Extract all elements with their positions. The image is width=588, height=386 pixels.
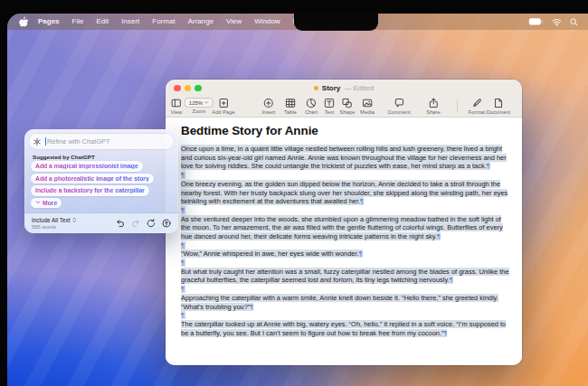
menu-item-edit[interactable]: Edit <box>90 14 115 30</box>
menu-item-arrange[interactable]: Arrange <box>182 14 220 30</box>
more-label: More <box>43 200 57 206</box>
toolbar-label: Add Page <box>212 109 234 115</box>
toolbar-share-button[interactable]: Share <box>426 98 440 115</box>
toolbar-text-button[interactable]: Text <box>324 98 335 115</box>
search-icon[interactable] <box>570 18 578 26</box>
toolbar-insert-button[interactable]: Insert <box>262 98 276 115</box>
document-title[interactable]: Bedtime Story for Annie <box>181 124 509 137</box>
panel-footer: Include All Text 585 words <box>24 212 178 233</box>
table-icon <box>285 98 296 108</box>
menu-items: FileEditInsertFormatArrangeViewWindowHel… <box>66 14 315 30</box>
chatgpt-prompt-input[interactable]: Refine with ChatGPT <box>29 134 174 149</box>
document-body[interactable]: Once upon a time, in a quaint little vil… <box>181 145 511 337</box>
toolbar-format-button[interactable]: Format <box>469 98 485 115</box>
selected-text: As she ventured deeper into the woods, s… <box>181 215 503 240</box>
chatgpt-refine-panel: Refine with ChatGPT Suggested by ChatGPT… <box>24 129 178 233</box>
document-paragraph[interactable]: “Wow,” Annie whispered in awe, her eyes … <box>181 249 511 259</box>
toolbar-shape-button[interactable]: Shape <box>340 98 356 115</box>
display-notch <box>294 14 378 31</box>
more-button[interactable]: More <box>31 198 62 209</box>
document-paragraph[interactable]: One breezy evening, as the golden sun di… <box>181 180 511 206</box>
selected-text: The caterpillar looked up at Annie with … <box>181 320 506 337</box>
menu-bar-left: Pages FileEditInsertFormatArrangeViewWin… <box>7 14 314 30</box>
document-paragraph[interactable]: The caterpillar looked up at Annie with … <box>181 320 511 337</box>
zoom-level-control[interactable]: 125% <box>185 98 213 108</box>
apple-icon[interactable] <box>19 16 28 27</box>
suggestion-pill-3[interactable]: Include a backstory for the caterpillar <box>31 185 149 196</box>
menu-item-window[interactable]: Window <box>248 14 286 30</box>
redo-icon[interactable] <box>131 219 140 228</box>
chatgpt-logo-icon <box>33 137 42 146</box>
battery-icon[interactable] <box>528 17 544 26</box>
toolbar-view-button[interactable]: View <box>171 98 182 115</box>
toolbar-label: Chart <box>305 109 318 115</box>
include-all-text-label: Include All Text <box>32 217 71 223</box>
toolbar-comment-button[interactable]: Comment <box>387 98 410 115</box>
refresh-icon[interactable] <box>147 219 156 228</box>
chart-icon <box>306 98 317 108</box>
document-paragraph[interactable]: As she ventured deeper into the woods, s… <box>181 215 511 241</box>
paragraph-mark: ¶ <box>181 259 185 267</box>
empty-paragraph: ¶ <box>181 206 511 215</box>
toolbar-zoom-button[interactable]: 125%Zoom <box>185 98 213 114</box>
paragraph-mark: ¶ <box>450 276 453 284</box>
paragraph-mark: ¶ <box>181 285 185 293</box>
selected-text: But what truly caught her attention was … <box>181 268 509 285</box>
paragraph-mark: ¶ <box>181 241 185 249</box>
document-paragraph[interactable]: Approaching the caterpillar with a warm … <box>181 294 511 311</box>
toolbar-label: View <box>171 109 182 115</box>
sidebar-icon <box>171 98 182 108</box>
zoom-value: 125% <box>189 100 203 106</box>
toolbar-label: Share <box>426 109 440 115</box>
toolbar-label: Comment <box>387 109 410 115</box>
menu-item-view[interactable]: View <box>220 14 248 30</box>
toolbar-label: Shape <box>340 109 356 115</box>
menu-bar-status <box>528 17 588 26</box>
selected-text: Approaching the caterpillar with a warm … <box>181 294 498 311</box>
selected-text: Once upon a time, in a quaint little vil… <box>181 145 507 170</box>
prompt-placeholder: Refine with ChatGPT <box>47 137 109 146</box>
paragraph-mark: ¶ <box>181 311 185 319</box>
text-cursor <box>45 137 46 146</box>
menu-item-pages[interactable]: Pages <box>32 14 66 30</box>
include-all-text-selector[interactable]: Include All Text <box>32 217 76 223</box>
toolbar-table-button[interactable]: Table <box>284 98 297 115</box>
word-count: 585 words <box>32 224 76 230</box>
submit-icon[interactable] <box>162 219 171 228</box>
paragraph-mark: ¶ <box>181 171 185 179</box>
window-title-box: Story — Edited <box>166 80 522 96</box>
menu-item-file[interactable]: File <box>66 14 90 30</box>
desktop-wallpaper: Pages FileEditInsertFormatArrangeViewWin… <box>7 14 588 386</box>
menu-item-insert[interactable]: Insert <box>115 14 146 30</box>
toolbar-label: Insert <box>262 109 276 115</box>
document-icon <box>493 98 504 108</box>
chevron-down-icon <box>204 100 209 105</box>
menu-item-format[interactable]: Format <box>146 14 181 30</box>
toolbar-media-button[interactable]: Media <box>360 98 375 115</box>
window-edited-status: — Edited <box>344 84 374 92</box>
suggestion-pill-1[interactable]: Add a magical impressionist image <box>31 161 143 172</box>
chevron-down-icon <box>35 200 41 205</box>
paragraph-mark: ¶ <box>359 249 363 258</box>
paragraph-mark: ¶ <box>250 303 253 311</box>
window-titlebar[interactable]: Story — Edited <box>166 80 522 96</box>
share-icon <box>428 98 439 108</box>
wifi-icon[interactable] <box>552 18 562 26</box>
document-canvas[interactable]: Bedtime Story for Annie Once upon a time… <box>166 118 522 365</box>
toolbar-label: Table <box>284 109 297 115</box>
document-paragraph[interactable]: Once upon a time, in a quaint little vil… <box>181 145 511 171</box>
paragraph-mark: ¶ <box>181 206 185 214</box>
undo-icon[interactable] <box>116 219 125 228</box>
updown-chevron-icon <box>72 217 77 223</box>
pages-toolbar: View125%ZoomAdd PageInsertTableChartText… <box>166 96 522 118</box>
toolbar-add-page-button[interactable]: Add Page <box>212 98 234 115</box>
suggestion-pill-2[interactable]: Add a photorealistic image of the story <box>31 174 154 184</box>
selected-text: “Wow,” Annie whispered in awe, her eyes … <box>181 249 363 258</box>
paragraph-mark: ¶ <box>360 197 364 205</box>
footer-left: Include All Text 585 words <box>32 217 76 230</box>
add-page-icon <box>218 98 229 108</box>
toolbar-document-button[interactable]: Document <box>487 98 510 115</box>
document-paragraph[interactable]: But what truly caught her attention was … <box>181 268 511 285</box>
toolbar-chart-button[interactable]: Chart <box>305 98 318 115</box>
shape-icon <box>342 98 353 108</box>
